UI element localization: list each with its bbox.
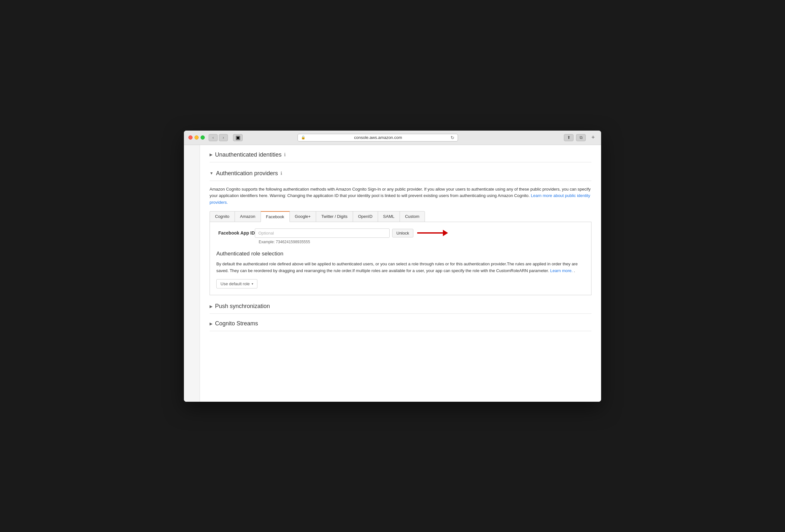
browser-actions: ⬆ ⧉	[564, 134, 586, 141]
facebook-app-id-row: Facebook App ID Unlock	[216, 228, 585, 238]
forward-button[interactable]: ›	[219, 134, 228, 141]
tab-openid[interactable]: OpenID	[353, 211, 378, 222]
refresh-button[interactable]: ↻	[451, 135, 454, 140]
minimize-button[interactable]	[195, 135, 199, 140]
use-default-role-button[interactable]: Use default role ▾	[216, 279, 257, 288]
auth-providers-info-icon: ℹ	[280, 171, 282, 176]
nav-buttons: ‹ ›	[209, 134, 228, 141]
lock-icon: 🔒	[301, 135, 306, 140]
url-text: console.aws.amazon.com	[307, 135, 449, 140]
facebook-app-id-label: Facebook App ID	[216, 230, 255, 235]
facebook-app-id-controls: Unlock	[255, 228, 585, 238]
sidebar-toggle-button[interactable]: ▣	[233, 134, 243, 141]
unlock-button[interactable]: Unlock	[392, 229, 413, 237]
browser-window: ‹ › ▣ 🔒 console.aws.amazon.com ↻ ⬆ ⧉ + ▶…	[184, 131, 601, 402]
auth-providers-section-title: Authentication providers	[216, 170, 278, 177]
auth-role-learn-more-link[interactable]: Learn more.	[550, 268, 573, 273]
push-sync-section: ▶ Push synchronization	[209, 303, 591, 314]
unauthenticated-section: ▶ Unauthenticated identities ℹ	[209, 151, 591, 162]
unauthenticated-section-header: ▶ Unauthenticated identities ℹ	[209, 151, 591, 162]
arrow-line	[417, 232, 443, 234]
default-role-label: Use default role	[221, 281, 250, 286]
back-button[interactable]: ‹	[209, 134, 218, 141]
unlock-arrow-annotation	[417, 230, 448, 236]
maximize-button[interactable]	[201, 135, 205, 140]
auth-providers-section: ▼ Authentication providers ℹ Amazon Cogn…	[209, 170, 591, 296]
authenticated-role-description: By default the authenticated role define…	[216, 261, 585, 274]
tab-custom[interactable]: Custom	[400, 211, 425, 222]
tab-twitter[interactable]: Twitter / Digits	[316, 211, 353, 222]
dropdown-arrow-icon: ▾	[252, 282, 253, 285]
address-bar[interactable]: 🔒 console.aws.amazon.com ↻	[298, 134, 458, 142]
cognito-streams-title: Cognito Streams	[215, 320, 258, 327]
authenticated-role-section: Authenticated role selection By default …	[216, 251, 585, 289]
new-tab-button[interactable]: +	[589, 134, 597, 141]
unauthenticated-section-title: Unauthenticated identities	[215, 151, 281, 158]
arrow-head-left	[443, 230, 448, 236]
cognito-streams-section: ▶ Cognito Streams	[209, 320, 591, 331]
tab-google[interactable]: Google+	[289, 211, 316, 222]
auth-providers-section-header: ▼ Authentication providers ℹ	[209, 170, 591, 181]
cognito-streams-header: ▶ Cognito Streams	[209, 320, 591, 331]
facebook-tab-panel: Facebook App ID Unlock Example: 7	[209, 222, 591, 296]
main-content: ▶ Unauthenticated identities ℹ ▼ Authent…	[200, 145, 601, 402]
provider-tabs: Cognito Amazon Facebook Google+ Twitter …	[209, 211, 591, 222]
browser-chrome: ‹ › ▣ 🔒 console.aws.amazon.com ↻ ⬆ ⧉ +	[184, 131, 601, 145]
push-sync-header: ▶ Push synchronization	[209, 303, 591, 314]
fullscreen-button[interactable]: ⧉	[576, 134, 586, 141]
share-button[interactable]: ⬆	[564, 134, 574, 141]
close-button[interactable]	[188, 135, 193, 140]
unauthenticated-info-icon: ℹ	[284, 152, 286, 157]
tab-saml[interactable]: SAML	[378, 211, 400, 222]
tab-facebook[interactable]: Facebook	[260, 211, 290, 222]
cognito-streams-toggle[interactable]: ▶	[209, 322, 212, 326]
auth-providers-toggle[interactable]: ▼	[209, 171, 213, 176]
authenticated-role-title: Authenticated role selection	[216, 251, 585, 257]
sidebar-strip	[184, 145, 200, 402]
unauthenticated-toggle[interactable]: ▶	[209, 152, 212, 157]
push-sync-title: Push synchronization	[215, 303, 270, 310]
page-content: ▶ Unauthenticated identities ℹ ▼ Authent…	[184, 145, 601, 402]
facebook-app-id-example: Example: 7346241598935555	[259, 240, 585, 244]
auth-providers-description: Amazon Cognito supports the following au…	[209, 186, 591, 206]
tab-amazon[interactable]: Amazon	[235, 211, 261, 222]
traffic-lights	[188, 135, 205, 140]
auth-providers-description-area: Amazon Cognito supports the following au…	[209, 186, 591, 206]
tab-cognito[interactable]: Cognito	[209, 211, 235, 222]
facebook-app-id-input[interactable]	[255, 228, 389, 238]
push-sync-toggle[interactable]: ▶	[209, 304, 212, 309]
